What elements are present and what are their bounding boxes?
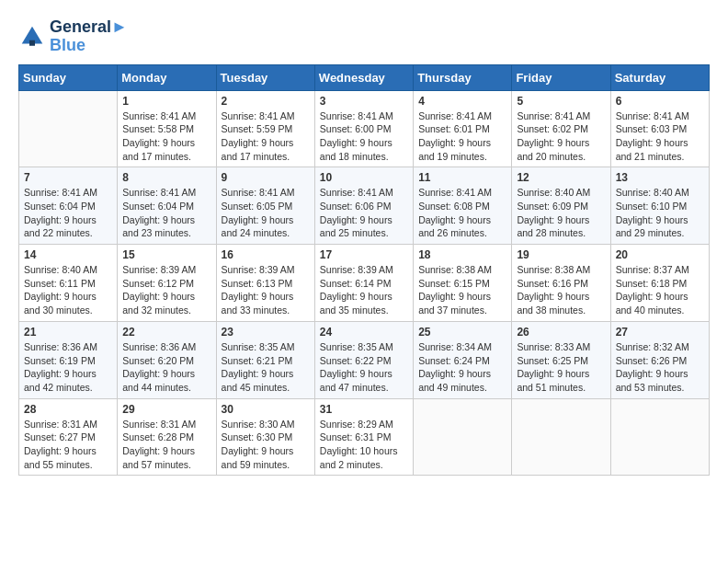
cell-info: Sunrise: 8:29 AMSunset: 6:31 PMDaylight:… — [320, 418, 408, 472]
day-of-week-header: Sunday — [19, 64, 118, 90]
cell-info: Sunrise: 8:39 AMSunset: 6:13 PMDaylight:… — [222, 263, 310, 317]
cell-info: Sunrise: 8:41 AMSunset: 6:01 PMDaylight:… — [418, 109, 506, 164]
calendar-cell: 20Sunrise: 8:37 AMSunset: 6:18 PMDayligh… — [610, 245, 709, 322]
calendar-week-row: 28Sunrise: 8:31 AMSunset: 6:27 PMDayligh… — [19, 398, 710, 476]
cell-info: Sunrise: 8:38 AMSunset: 6:16 PMDaylight:… — [517, 263, 605, 317]
day-of-week-header: Saturday — [610, 64, 709, 90]
day-number: 3 — [320, 95, 408, 108]
calendar-cell — [512, 398, 610, 476]
day-number: 21 — [24, 326, 112, 339]
day-number: 17 — [320, 248, 408, 261]
day-number: 22 — [122, 326, 210, 339]
day-number: 6 — [616, 95, 704, 108]
calendar-cell: 7Sunrise: 8:41 AMSunset: 6:04 PMDaylight… — [19, 167, 118, 245]
day-of-week-header: Thursday — [414, 64, 512, 90]
cell-info: Sunrise: 8:39 AMSunset: 6:14 PMDaylight:… — [320, 263, 408, 317]
day-number: 25 — [418, 326, 506, 339]
day-number: 2 — [222, 95, 310, 108]
calendar-table: SundayMondayTuesdayWednesdayThursdayFrid… — [18, 64, 710, 477]
day-of-week-header: Tuesday — [216, 64, 314, 90]
cell-info: Sunrise: 8:36 AMSunset: 6:20 PMDaylight:… — [122, 340, 210, 395]
cell-info: Sunrise: 8:41 AMSunset: 5:59 PMDaylight:… — [222, 109, 310, 164]
calendar-cell: 6Sunrise: 8:41 AMSunset: 6:03 PMDaylight… — [610, 90, 709, 167]
cell-info: Sunrise: 8:41 AMSunset: 6:00 PMDaylight:… — [320, 109, 408, 164]
cell-info: Sunrise: 8:31 AMSunset: 6:27 PMDaylight:… — [24, 418, 112, 472]
calendar-cell: 31Sunrise: 8:29 AMSunset: 6:31 PMDayligh… — [314, 398, 413, 476]
cell-info: Sunrise: 8:41 AMSunset: 6:04 PMDaylight:… — [24, 186, 112, 240]
calendar-cell: 8Sunrise: 8:41 AMSunset: 6:04 PMDaylight… — [118, 167, 216, 245]
cell-info: Sunrise: 8:36 AMSunset: 6:19 PMDaylight:… — [24, 340, 112, 395]
cell-info: Sunrise: 8:41 AMSunset: 6:05 PMDaylight:… — [222, 186, 310, 240]
calendar-cell: 13Sunrise: 8:40 AMSunset: 6:10 PMDayligh… — [610, 167, 709, 245]
cell-info: Sunrise: 8:41 AMSunset: 6:06 PMDaylight:… — [320, 186, 408, 240]
day-number: 19 — [517, 248, 605, 261]
calendar-cell: 1Sunrise: 8:41 AMSunset: 5:58 PMDaylight… — [118, 90, 216, 167]
calendar-cell: 18Sunrise: 8:38 AMSunset: 6:15 PMDayligh… — [414, 245, 512, 322]
page-header: General►Blue — [18, 18, 710, 55]
calendar-cell: 26Sunrise: 8:33 AMSunset: 6:25 PMDayligh… — [512, 321, 610, 398]
calendar-cell: 11Sunrise: 8:41 AMSunset: 6:08 PMDayligh… — [414, 167, 512, 245]
day-number: 23 — [222, 326, 310, 339]
calendar-cell: 30Sunrise: 8:30 AMSunset: 6:30 PMDayligh… — [216, 398, 314, 476]
cell-info: Sunrise: 8:33 AMSunset: 6:25 PMDaylight:… — [517, 340, 605, 395]
cell-info: Sunrise: 8:40 AMSunset: 6:10 PMDaylight:… — [616, 186, 704, 240]
calendar-cell: 27Sunrise: 8:32 AMSunset: 6:26 PMDayligh… — [610, 321, 709, 398]
day-number: 27 — [616, 326, 704, 339]
calendar-cell: 3Sunrise: 8:41 AMSunset: 6:00 PMDaylight… — [314, 90, 413, 167]
calendar-cell: 28Sunrise: 8:31 AMSunset: 6:27 PMDayligh… — [19, 398, 118, 476]
calendar-cell: 15Sunrise: 8:39 AMSunset: 6:12 PMDayligh… — [118, 245, 216, 322]
cell-info: Sunrise: 8:41 AMSunset: 6:08 PMDaylight:… — [418, 186, 506, 240]
calendar-cell: 5Sunrise: 8:41 AMSunset: 6:02 PMDaylight… — [512, 90, 610, 167]
day-number: 28 — [24, 403, 112, 416]
calendar-cell: 17Sunrise: 8:39 AMSunset: 6:14 PMDayligh… — [314, 245, 413, 322]
day-of-week-header: Wednesday — [314, 64, 413, 90]
cell-info: Sunrise: 8:41 AMSunset: 6:03 PMDaylight:… — [616, 109, 704, 164]
calendar-cell: 12Sunrise: 8:40 AMSunset: 6:09 PMDayligh… — [512, 167, 610, 245]
cell-info: Sunrise: 8:41 AMSunset: 6:04 PMDaylight:… — [122, 186, 210, 240]
day-number: 15 — [122, 248, 210, 261]
day-number: 11 — [418, 171, 506, 184]
calendar-header-row: SundayMondayTuesdayWednesdayThursdayFrid… — [19, 64, 710, 90]
calendar-cell: 21Sunrise: 8:36 AMSunset: 6:19 PMDayligh… — [19, 321, 118, 398]
calendar-cell: 14Sunrise: 8:40 AMSunset: 6:11 PMDayligh… — [19, 245, 118, 322]
cell-info: Sunrise: 8:32 AMSunset: 6:26 PMDaylight:… — [616, 340, 704, 395]
calendar-cell — [414, 398, 512, 476]
svg-rect-1 — [29, 40, 35, 46]
calendar-cell: 19Sunrise: 8:38 AMSunset: 6:16 PMDayligh… — [512, 245, 610, 322]
calendar-cell: 23Sunrise: 8:35 AMSunset: 6:21 PMDayligh… — [216, 321, 314, 398]
calendar-cell: 25Sunrise: 8:34 AMSunset: 6:24 PMDayligh… — [414, 321, 512, 398]
calendar-cell: 4Sunrise: 8:41 AMSunset: 6:01 PMDaylight… — [414, 90, 512, 167]
cell-info: Sunrise: 8:30 AMSunset: 6:30 PMDaylight:… — [222, 418, 310, 472]
calendar-cell: 2Sunrise: 8:41 AMSunset: 5:59 PMDaylight… — [216, 90, 314, 167]
calendar-week-row: 14Sunrise: 8:40 AMSunset: 6:11 PMDayligh… — [19, 245, 710, 322]
calendar-cell — [19, 90, 118, 167]
day-number: 24 — [320, 326, 408, 339]
cell-info: Sunrise: 8:39 AMSunset: 6:12 PMDaylight:… — [122, 263, 210, 317]
day-number: 13 — [616, 171, 704, 184]
calendar-week-row: 1Sunrise: 8:41 AMSunset: 5:58 PMDaylight… — [19, 90, 710, 167]
day-number: 1 — [122, 95, 210, 108]
calendar-cell: 16Sunrise: 8:39 AMSunset: 6:13 PMDayligh… — [216, 245, 314, 322]
cell-info: Sunrise: 8:38 AMSunset: 6:15 PMDaylight:… — [418, 263, 506, 317]
logo-icon — [18, 23, 46, 51]
day-number: 26 — [517, 326, 605, 339]
cell-info: Sunrise: 8:34 AMSunset: 6:24 PMDaylight:… — [418, 340, 506, 395]
day-number: 14 — [24, 248, 112, 261]
day-number: 8 — [122, 171, 210, 184]
calendar-cell: 29Sunrise: 8:31 AMSunset: 6:28 PMDayligh… — [118, 398, 216, 476]
day-number: 30 — [222, 403, 310, 416]
day-number: 20 — [616, 248, 704, 261]
cell-info: Sunrise: 8:40 AMSunset: 6:11 PMDaylight:… — [24, 263, 112, 317]
day-number: 7 — [24, 171, 112, 184]
day-number: 31 — [320, 403, 408, 416]
day-number: 18 — [418, 248, 506, 261]
cell-info: Sunrise: 8:31 AMSunset: 6:28 PMDaylight:… — [122, 418, 210, 472]
day-of-week-header: Monday — [118, 64, 216, 90]
calendar-week-row: 7Sunrise: 8:41 AMSunset: 6:04 PMDaylight… — [19, 167, 710, 245]
day-number: 29 — [122, 403, 210, 416]
cell-info: Sunrise: 8:35 AMSunset: 6:22 PMDaylight:… — [320, 340, 408, 395]
cell-info: Sunrise: 8:41 AMSunset: 5:58 PMDaylight:… — [122, 109, 210, 164]
day-number: 10 — [320, 171, 408, 184]
day-of-week-header: Friday — [512, 64, 610, 90]
calendar-cell: 9Sunrise: 8:41 AMSunset: 6:05 PMDaylight… — [216, 167, 314, 245]
